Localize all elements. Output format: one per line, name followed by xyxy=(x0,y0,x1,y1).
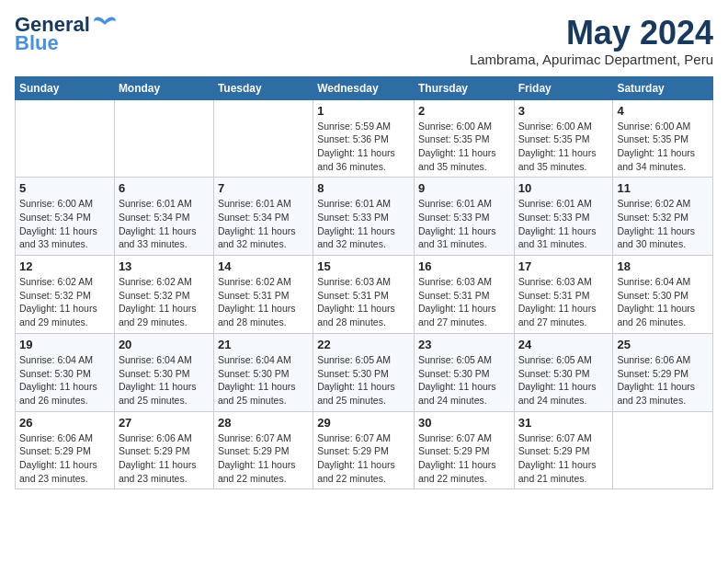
calendar-cell: 9Sunrise: 6:01 AM Sunset: 5:33 PM Daylig… xyxy=(414,178,514,256)
day-info: Sunrise: 6:07 AM Sunset: 5:29 PM Dayligh… xyxy=(218,431,309,486)
header-day: Wednesday xyxy=(313,76,415,99)
calendar-cell: 16Sunrise: 6:03 AM Sunset: 5:31 PM Dayli… xyxy=(414,256,514,334)
calendar-cell: 4Sunrise: 6:00 AM Sunset: 5:35 PM Daylig… xyxy=(613,99,713,178)
calendar-cell: 21Sunrise: 6:04 AM Sunset: 5:30 PM Dayli… xyxy=(213,333,313,411)
day-number: 10 xyxy=(518,181,609,195)
calendar-cell: 10Sunrise: 6:01 AM Sunset: 5:33 PM Dayli… xyxy=(514,178,613,256)
day-info: Sunrise: 6:05 AM Sunset: 5:30 PM Dayligh… xyxy=(518,353,609,408)
calendar-cell: 31Sunrise: 6:07 AM Sunset: 5:29 PM Dayli… xyxy=(514,411,613,489)
calendar-cell: 24Sunrise: 6:05 AM Sunset: 5:30 PM Dayli… xyxy=(514,333,613,411)
calendar-week-row: 1Sunrise: 5:59 AM Sunset: 5:36 PM Daylig… xyxy=(16,99,713,178)
header-row: SundayMondayTuesdayWednesdayThursdayFrid… xyxy=(16,76,713,99)
calendar-cell: 8Sunrise: 6:01 AM Sunset: 5:33 PM Daylig… xyxy=(313,178,415,256)
day-info: Sunrise: 6:03 AM Sunset: 5:31 PM Dayligh… xyxy=(418,275,510,329)
day-number: 30 xyxy=(418,416,510,430)
day-number: 13 xyxy=(119,259,210,273)
day-number: 23 xyxy=(418,338,510,351)
calendar-week-row: 12Sunrise: 6:02 AM Sunset: 5:32 PM Dayli… xyxy=(16,256,713,334)
calendar-cell xyxy=(213,99,313,178)
logo-blue-text: Blue xyxy=(15,33,59,53)
day-info: Sunrise: 6:07 AM Sunset: 5:29 PM Dayligh… xyxy=(518,431,609,486)
day-info: Sunrise: 6:01 AM Sunset: 5:33 PM Dayligh… xyxy=(317,197,410,251)
day-number: 9 xyxy=(418,181,510,195)
header-day: Saturday xyxy=(613,76,713,99)
header-day: Sunday xyxy=(16,76,115,99)
day-number: 14 xyxy=(218,259,309,273)
day-info: Sunrise: 6:00 AM Sunset: 5:35 PM Dayligh… xyxy=(617,120,709,174)
header-day: Thursday xyxy=(414,76,514,99)
calendar-body: 1Sunrise: 5:59 AM Sunset: 5:36 PM Daylig… xyxy=(16,99,713,489)
day-number: 28 xyxy=(218,416,309,430)
calendar-week-row: 26Sunrise: 6:06 AM Sunset: 5:29 PM Dayli… xyxy=(16,411,713,489)
day-number: 27 xyxy=(119,416,210,430)
day-number: 3 xyxy=(518,104,609,118)
day-number: 31 xyxy=(518,416,609,430)
day-info: Sunrise: 6:02 AM Sunset: 5:32 PM Dayligh… xyxy=(119,275,210,329)
calendar-cell xyxy=(114,99,213,178)
calendar-cell: 15Sunrise: 6:03 AM Sunset: 5:31 PM Dayli… xyxy=(313,256,415,334)
calendar-cell: 6Sunrise: 6:01 AM Sunset: 5:34 PM Daylig… xyxy=(114,178,213,256)
day-info: Sunrise: 6:05 AM Sunset: 5:30 PM Dayligh… xyxy=(317,353,410,408)
day-info: Sunrise: 6:02 AM Sunset: 5:31 PM Dayligh… xyxy=(218,275,309,329)
day-info: Sunrise: 6:01 AM Sunset: 5:33 PM Dayligh… xyxy=(418,197,510,251)
day-number: 17 xyxy=(518,259,609,273)
day-number: 22 xyxy=(317,338,410,351)
day-number: 20 xyxy=(119,338,210,351)
calendar-cell: 5Sunrise: 6:00 AM Sunset: 5:34 PM Daylig… xyxy=(16,178,115,256)
day-number: 12 xyxy=(19,259,110,273)
day-info: Sunrise: 6:05 AM Sunset: 5:30 PM Dayligh… xyxy=(418,353,510,408)
day-number: 7 xyxy=(218,181,309,195)
day-number: 11 xyxy=(617,181,709,195)
calendar-cell: 3Sunrise: 6:00 AM Sunset: 5:35 PM Daylig… xyxy=(514,99,613,178)
day-info: Sunrise: 6:04 AM Sunset: 5:30 PM Dayligh… xyxy=(119,353,210,408)
day-number: 18 xyxy=(617,259,709,273)
day-info: Sunrise: 6:04 AM Sunset: 5:30 PM Dayligh… xyxy=(617,275,709,329)
day-info: Sunrise: 6:01 AM Sunset: 5:33 PM Dayligh… xyxy=(518,197,609,251)
header-day: Tuesday xyxy=(213,76,313,99)
calendar-cell: 12Sunrise: 6:02 AM Sunset: 5:32 PM Dayli… xyxy=(16,256,115,334)
calendar-cell: 7Sunrise: 6:01 AM Sunset: 5:34 PM Daylig… xyxy=(213,178,313,256)
day-info: Sunrise: 6:03 AM Sunset: 5:31 PM Dayligh… xyxy=(518,275,609,329)
title-block: May 2024 Lambrama, Apurimac Department, … xyxy=(470,15,713,67)
day-number: 15 xyxy=(317,259,410,273)
calendar-cell: 25Sunrise: 6:06 AM Sunset: 5:29 PM Dayli… xyxy=(613,333,713,411)
day-info: Sunrise: 6:00 AM Sunset: 5:35 PM Dayligh… xyxy=(418,120,510,174)
calendar-cell: 20Sunrise: 6:04 AM Sunset: 5:30 PM Dayli… xyxy=(114,333,213,411)
day-info: Sunrise: 6:02 AM Sunset: 5:32 PM Dayligh… xyxy=(19,275,110,329)
day-number: 21 xyxy=(218,338,309,351)
day-info: Sunrise: 6:02 AM Sunset: 5:32 PM Dayligh… xyxy=(617,197,709,251)
calendar-cell: 19Sunrise: 6:04 AM Sunset: 5:30 PM Dayli… xyxy=(16,333,115,411)
day-number: 19 xyxy=(19,338,110,351)
day-number: 5 xyxy=(19,181,110,195)
calendar-table: SundayMondayTuesdayWednesdayThursdayFrid… xyxy=(15,76,713,490)
page-header: General Blue May 2024 Lambrama, Apurimac… xyxy=(15,15,713,67)
calendar-cell: 18Sunrise: 6:04 AM Sunset: 5:30 PM Dayli… xyxy=(613,256,713,334)
day-info: Sunrise: 6:06 AM Sunset: 5:29 PM Dayligh… xyxy=(617,353,709,408)
day-number: 26 xyxy=(19,416,110,430)
day-number: 16 xyxy=(418,259,510,273)
day-info: Sunrise: 6:00 AM Sunset: 5:35 PM Dayligh… xyxy=(518,120,609,174)
month-title: May 2024 xyxy=(470,15,713,52)
day-info: Sunrise: 6:03 AM Sunset: 5:31 PM Dayligh… xyxy=(317,275,410,329)
day-info: Sunrise: 6:06 AM Sunset: 5:29 PM Dayligh… xyxy=(19,431,110,486)
calendar-cell: 14Sunrise: 6:02 AM Sunset: 5:31 PM Dayli… xyxy=(213,256,313,334)
calendar-cell xyxy=(16,99,115,178)
logo: General Blue xyxy=(15,15,118,53)
calendar-cell: 29Sunrise: 6:07 AM Sunset: 5:29 PM Dayli… xyxy=(313,411,415,489)
calendar-cell: 13Sunrise: 6:02 AM Sunset: 5:32 PM Dayli… xyxy=(114,256,213,334)
calendar-cell: 2Sunrise: 6:00 AM Sunset: 5:35 PM Daylig… xyxy=(414,99,514,178)
calendar-cell: 17Sunrise: 6:03 AM Sunset: 5:31 PM Dayli… xyxy=(514,256,613,334)
day-number: 24 xyxy=(518,338,609,351)
day-number: 4 xyxy=(617,104,709,118)
calendar-week-row: 5Sunrise: 6:00 AM Sunset: 5:34 PM Daylig… xyxy=(16,178,713,256)
day-info: Sunrise: 6:04 AM Sunset: 5:30 PM Dayligh… xyxy=(19,353,110,408)
day-number: 2 xyxy=(418,104,510,118)
calendar-cell: 11Sunrise: 6:02 AM Sunset: 5:32 PM Dayli… xyxy=(613,178,713,256)
day-info: Sunrise: 5:59 AM Sunset: 5:36 PM Dayligh… xyxy=(317,120,410,174)
calendar-cell: 28Sunrise: 6:07 AM Sunset: 5:29 PM Dayli… xyxy=(213,411,313,489)
calendar-week-row: 19Sunrise: 6:04 AM Sunset: 5:30 PM Dayli… xyxy=(16,333,713,411)
day-info: Sunrise: 6:00 AM Sunset: 5:34 PM Dayligh… xyxy=(19,197,110,251)
day-info: Sunrise: 6:07 AM Sunset: 5:29 PM Dayligh… xyxy=(317,431,410,486)
calendar-cell xyxy=(613,411,713,489)
day-info: Sunrise: 6:01 AM Sunset: 5:34 PM Dayligh… xyxy=(218,197,309,251)
